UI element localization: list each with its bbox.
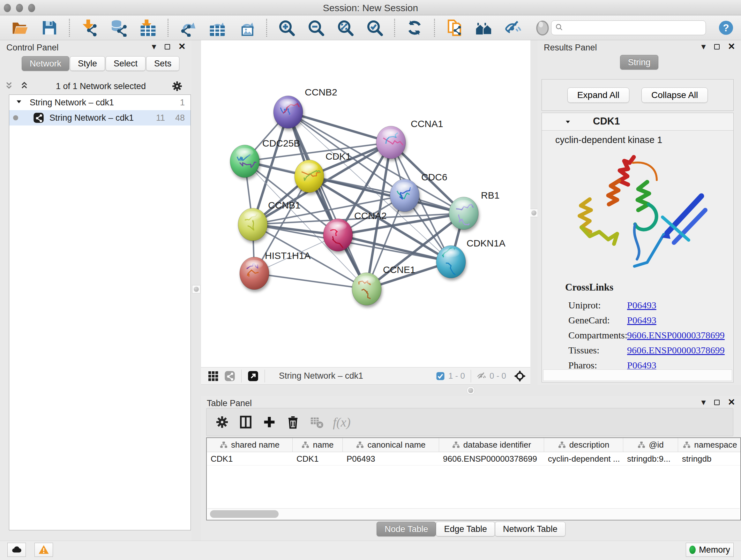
network-edge[interactable]	[254, 273, 367, 289]
open-button[interactable]	[10, 18, 30, 38]
network-node-CCNE1[interactable]	[352, 273, 381, 305]
table-cell[interactable]: CDK1	[293, 452, 343, 465]
table-options-gear-icon[interactable]	[215, 415, 229, 429]
crosslink-link[interactable]: P06493	[627, 300, 657, 311]
network-node-CDK1[interactable]	[294, 160, 324, 192]
tab-network[interactable]: Network	[22, 56, 69, 71]
network-node-CCNB1[interactable]	[238, 208, 267, 241]
expand-all-button[interactable]: Expand All	[567, 87, 629, 103]
panel-close-icon[interactable]: ✕	[179, 42, 186, 51]
table-scrollbar-thumb[interactable]	[210, 510, 279, 518]
collapse-all-icon[interactable]	[4, 81, 15, 91]
export-image-button[interactable]	[237, 18, 257, 38]
results-close-icon[interactable]: ✕	[728, 42, 735, 51]
column-header-shared-name[interactable]: shared name	[207, 438, 293, 452]
tab-node-table[interactable]: Node Table	[377, 522, 436, 537]
save-button[interactable]	[40, 18, 59, 38]
clone-network-button[interactable]	[445, 18, 464, 38]
network-edge[interactable]	[288, 112, 391, 142]
selected-nodes-checkbox-icon[interactable]	[435, 371, 445, 381]
expand-all-icon[interactable]	[20, 81, 30, 91]
crosslink-link[interactable]: 9606.ENSP00000378699	[627, 330, 725, 341]
network-node-HIST1H1A[interactable]	[240, 257, 269, 290]
hidden-items-icon[interactable]	[477, 371, 486, 381]
network-edge[interactable]	[338, 235, 451, 262]
network-node-CDKN1A[interactable]	[436, 246, 466, 278]
table-cell[interactable]: 9606.ENSP00000378699	[439, 452, 544, 465]
left-splitter-handle[interactable]	[192, 285, 200, 294]
column-header-namespace[interactable]: namespace	[678, 438, 741, 452]
table-scrollbar[interactable]	[207, 508, 740, 519]
network-node-CCNA2[interactable]	[323, 219, 353, 251]
tab-select[interactable]: Select	[106, 56, 145, 71]
crosslink-link[interactable]: P06493	[627, 360, 657, 371]
hide-selected-button[interactable]	[503, 18, 523, 38]
results-scrollbar[interactable]	[543, 369, 732, 381]
export-table-button[interactable]	[207, 18, 227, 38]
tab-style[interactable]: Style	[70, 56, 105, 71]
column-header-@id[interactable]: @id	[623, 438, 678, 452]
column-header-name[interactable]: name	[293, 438, 343, 452]
collection-expand-icon[interactable]	[16, 98, 24, 107]
gene-expand-icon[interactable]	[565, 119, 572, 126]
table-cell[interactable]: stringdb:9...	[623, 452, 678, 465]
left-splitter[interactable]	[192, 40, 201, 541]
network-canvas[interactable]: CCNB2CCNA1CDC25BCDK1CDC6RB1CCNB1CCNA2CDK…	[201, 40, 530, 367]
results-menu-icon[interactable]: ▾	[701, 42, 705, 51]
tab-string[interactable]: String	[620, 55, 659, 70]
crosslink-link[interactable]: P06493	[627, 315, 657, 326]
panel-menu-icon[interactable]: ▾	[151, 42, 156, 51]
table-cell[interactable]: stringdb	[678, 452, 741, 465]
table-row[interactable]: CDK1CDK1P064939606.ENSP00000378699cyclin…	[207, 452, 740, 465]
zoom-in-button[interactable]	[277, 18, 296, 38]
column-header-database-identifier[interactable]: database identifier	[439, 438, 544, 452]
horizontal-splitter-handle[interactable]	[467, 386, 475, 395]
search-input[interactable]	[551, 20, 706, 35]
panel-float-icon[interactable]	[165, 44, 170, 50]
network-node-RB1[interactable]	[449, 197, 478, 230]
right-splitter[interactable]	[530, 40, 537, 385]
zoom-out-button[interactable]	[306, 18, 326, 38]
refresh-button[interactable]	[405, 18, 424, 38]
show-columns-icon[interactable]	[239, 415, 253, 429]
column-header-description[interactable]: description	[544, 438, 623, 452]
home-button[interactable]	[474, 18, 494, 38]
help-button[interactable]: ?	[718, 20, 734, 36]
tab-edge-table[interactable]: Edge Table	[436, 522, 495, 537]
column-header-canonical-name[interactable]: canonical name	[343, 438, 439, 452]
collapse-all-button[interactable]: Collapse All	[642, 87, 708, 103]
table-cell[interactable]: CDK1	[207, 452, 293, 465]
table-close-icon[interactable]: ✕	[728, 398, 735, 407]
network-collection-row[interactable]: String Network – cdk1 1	[9, 95, 191, 110]
table-cell[interactable]: cyclin-dependent ...	[544, 452, 623, 465]
cloud-button[interactable]	[7, 543, 26, 557]
grid-view-icon[interactable]	[207, 370, 219, 382]
import-table-button[interactable]	[138, 18, 158, 38]
show-all-button[interactable]	[533, 18, 552, 38]
table-menu-icon[interactable]: ▾	[701, 398, 705, 407]
table-float-icon[interactable]	[714, 400, 720, 405]
detach-view-icon[interactable]	[247, 370, 259, 382]
network-row[interactable]: String Network – cdk1 11 48	[9, 110, 191, 125]
right-splitter-handle[interactable]	[530, 209, 538, 217]
birdseye-view-icon[interactable]	[514, 370, 526, 382]
memory-button[interactable]: Memory	[686, 543, 734, 557]
results-float-icon[interactable]	[714, 44, 720, 50]
table-cell[interactable]: P06493	[343, 452, 439, 465]
tab-sets[interactable]: Sets	[146, 56, 179, 71]
network-overview-icon[interactable]	[224, 370, 235, 382]
gene-header-row[interactable]: CDK1	[542, 113, 733, 131]
export-network-button[interactable]	[178, 18, 198, 38]
add-column-icon[interactable]	[262, 415, 277, 429]
network-node-CDC6[interactable]	[390, 179, 419, 212]
network-options-gear-icon[interactable]	[171, 80, 183, 92]
crosslink-link[interactable]: 9606.ENSP00000378699	[627, 345, 725, 356]
zoom-selected-button[interactable]	[365, 18, 385, 38]
network-node-CDC25B[interactable]	[230, 145, 259, 178]
tab-network-table[interactable]: Network Table	[495, 522, 565, 537]
import-network-button[interactable]	[79, 18, 99, 38]
delete-column-icon[interactable]	[286, 415, 300, 429]
zoom-fit-button[interactable]	[335, 18, 355, 38]
import-database-button[interactable]	[109, 18, 129, 38]
horizontal-splitter[interactable]	[201, 385, 741, 396]
